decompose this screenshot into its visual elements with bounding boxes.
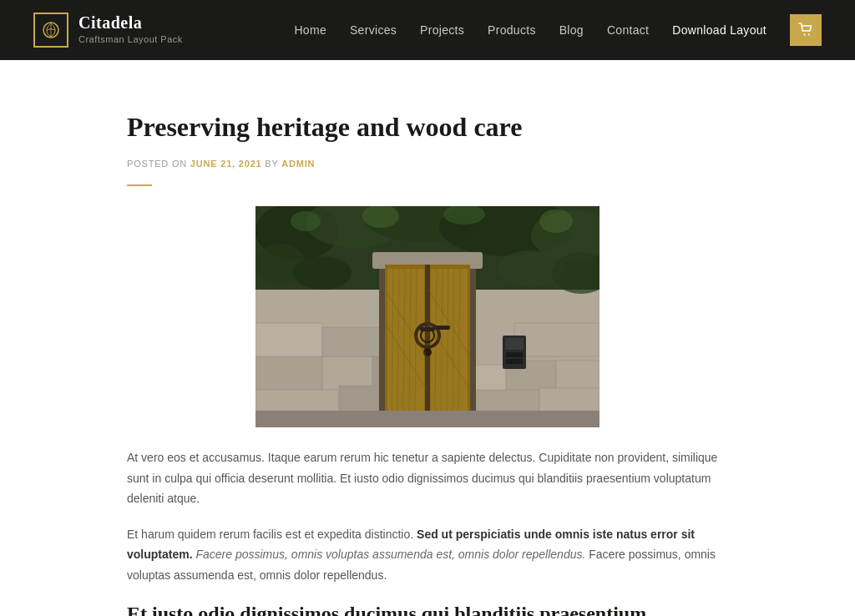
svg-rect-60 [506,352,523,357]
paragraph-2-plain: Et harum quidem rerum facilis est et exp… [127,528,413,541]
navbar: Citadela Craftsman Layout Pack Home Serv… [0,0,855,60]
nav-link-services[interactable]: Services [350,23,397,37]
svg-point-2 [804,34,806,36]
svg-point-33 [539,210,573,233]
cart-icon [798,23,813,38]
nav-item-home: Home [294,20,326,40]
brand-text: Citadela Craftsman Layout Pack [78,13,183,48]
nav-item-cart [790,14,822,46]
svg-rect-62 [420,327,435,331]
brand-logo-link[interactable]: Citadela Craftsman Layout Pack [33,13,183,48]
post-paragraph-2: Et harum quidem rerum facilis est et exp… [127,524,728,586]
svg-rect-19 [514,323,600,356]
nav-menu: Home Services Projects Products Blog Con… [294,14,822,46]
post-author[interactable]: ADMIN [281,159,315,169]
nav-link-download[interactable]: Download Layout [672,23,766,37]
svg-rect-17 [255,323,322,356]
main-content: Preserving heritage and wood care POSTED… [110,60,745,616]
svg-rect-63 [435,326,450,330]
paragraph-1-text: At vero eos et accusamus. Itaque earum r… [127,451,717,505]
svg-point-27 [293,256,352,290]
nav-link-contact[interactable]: Contact [607,23,649,37]
nav-link-home[interactable]: Home [294,23,326,37]
brand-name: Citadela [78,13,183,33]
featured-image [255,206,600,427]
nav-item-services: Services [350,20,397,40]
svg-point-30 [291,211,321,231]
svg-rect-61 [506,359,523,364]
brand-logo [33,13,68,48]
post-divider [127,184,152,186]
svg-point-3 [808,34,810,36]
nav-item-projects: Projects [420,20,464,40]
post-subheading: Et iusto odio dignissimos ducimus qui bl… [127,600,728,616]
post-paragraph-1: At vero eos et accusamus. Itaque earum r… [127,447,728,509]
nav-item-contact: Contact [607,20,649,40]
nav-link-projects[interactable]: Projects [420,23,464,37]
nav-item-blog: Blog [559,20,584,40]
brand-tagline: Craftsman Layout Pack [78,33,183,48]
svg-rect-7 [322,356,372,390]
svg-rect-6 [255,356,322,390]
nav-link-blog[interactable]: Blog [559,23,584,37]
meta-by: BY [265,159,278,169]
paragraph-2-italic: Facere possimus, omnis voluptas assumend… [195,548,585,561]
meta-prefix: POSTED ON [127,159,187,169]
nav-item-products: Products [488,20,536,40]
post-meta: POSTED ON JUNE 21, 2021 BY ADMIN [127,157,728,172]
logo-icon [39,18,63,42]
post-title: Preserving heritage and wood care [127,110,728,145]
nav-item-download: Download Layout [672,20,766,40]
svg-rect-64 [255,411,600,427]
cart-button[interactable] [790,14,822,46]
post-date[interactable]: JUNE 21, 2021 [190,159,262,169]
svg-rect-59 [505,338,524,350]
svg-rect-50 [425,265,430,415]
nav-link-products[interactable]: Products [488,23,536,37]
featured-image-container [255,206,600,427]
